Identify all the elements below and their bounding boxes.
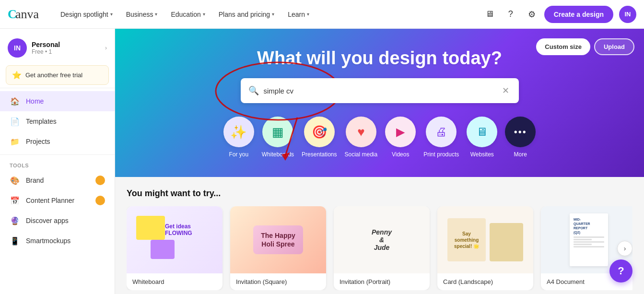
sidebar-item-content-planner[interactable]: 📅 Content Planner: [0, 190, 115, 211]
monitor-icon-btn[interactable]: 🖥: [481, 6, 498, 23]
category-whiteboards-label: Whiteboards: [262, 151, 294, 158]
suggestion-label-invite-port: Invitation (Portrait): [334, 273, 430, 290]
more-dots-icon: •••: [514, 127, 527, 138]
home-icon: 🏠: [10, 96, 20, 106]
hero-section: Custom size Upload What will you design …: [115, 29, 644, 177]
sidebar-item-smartmockups[interactable]: 📱 Smartmockups: [0, 231, 115, 251]
video-icon: ▶: [396, 125, 405, 139]
user-avatar[interactable]: IN: [619, 6, 636, 23]
websites-icon-circle: 🖥: [467, 117, 497, 147]
suggestion-card-card-land[interactable]: Saysomethingspecial! 🌟 Card (Landscape): [437, 206, 533, 290]
brand-badge: [95, 176, 105, 185]
nav-learn[interactable]: Learn ▾: [283, 7, 314, 22]
sidebar-discover-label: Discover apps: [26, 217, 69, 224]
category-whiteboards[interactable]: ▦ Whiteboards: [262, 117, 294, 158]
category-for-you[interactable]: ✨ For you: [223, 117, 254, 158]
divider-2: [0, 154, 115, 155]
sidebar-item-projects[interactable]: 📁 Projects: [0, 131, 115, 152]
star-icon: ⭐: [12, 71, 22, 80]
chevron-down-icon: ▾: [203, 12, 205, 17]
main-content: Custom size Upload What will you design …: [115, 29, 644, 294]
top-nav: C anva Design spotlight ▾ Business ▾ Edu…: [0, 0, 644, 29]
sidebar-user-name: Personal: [32, 41, 100, 48]
sidebar-item-discover-apps[interactable]: 🔮 Discover apps: [0, 211, 115, 231]
create-design-button[interactable]: Create a design: [544, 6, 613, 23]
content-badge: [95, 196, 105, 205]
content-planner-icon: 📅: [10, 195, 20, 206]
suggestion-card-invite-port[interactable]: Penny&Jude Invitation (Portrait): [334, 206, 430, 290]
custom-size-button[interactable]: Custom size: [536, 38, 590, 55]
search-input[interactable]: [264, 87, 500, 95]
for-you-icon-circle: ✨: [223, 117, 254, 147]
category-print-products[interactable]: 🖨 Print products: [423, 117, 459, 158]
svg-text:anva: anva: [15, 7, 39, 21]
suggestion-label-card-land: Card (Landscape): [437, 273, 533, 290]
templates-icon: 📄: [10, 116, 20, 127]
card-land-thumbnail: Saysomethingspecial! 🌟: [437, 206, 533, 273]
category-websites[interactable]: 🖥 Websites: [467, 117, 497, 158]
sidebar-item-home[interactable]: 🏠 Home: [0, 91, 115, 111]
help-float-button[interactable]: ?: [609, 259, 632, 282]
nav-education[interactable]: Education ▾: [166, 7, 210, 22]
tools-section-label: Tools: [0, 158, 115, 170]
search-clear-button[interactable]: ✕: [500, 83, 511, 98]
search-container: 🔍 ✕: [138, 78, 621, 103]
category-social-media-label: Social media: [345, 151, 378, 158]
suggestions-next-button[interactable]: ›: [617, 241, 632, 256]
sidebar-item-templates[interactable]: 📄 Templates: [0, 111, 115, 131]
sidebar-expand-icon: ›: [105, 45, 107, 51]
divider: [0, 88, 115, 88]
sidebar-user-plan: Free • 1: [32, 48, 100, 55]
hero-actions: Custom size Upload: [536, 38, 634, 55]
category-social-media[interactable]: ♥ Social media: [345, 117, 378, 158]
whiteboard-thumbnail: Get ideasFLOWING: [127, 206, 222, 273]
print-icon: 🖨: [435, 125, 447, 139]
whiteboards-icon-circle: ▦: [262, 117, 293, 147]
chevron-down-icon: ▾: [155, 12, 157, 17]
monitor-icon: 🖥: [476, 125, 488, 139]
presentations-icon-circle: 🎯: [304, 117, 335, 147]
category-more-label: More: [514, 151, 527, 158]
category-videos-label: Videos: [392, 151, 409, 158]
upload-button[interactable]: Upload: [594, 38, 634, 55]
category-more[interactable]: ••• More: [505, 117, 536, 158]
sidebar-user-info: Personal Free • 1: [32, 41, 100, 55]
print-products-icon-circle: 🖨: [426, 117, 457, 147]
suggestion-card-invite-sq[interactable]: The HappyHoli Spree Invitation (Square): [230, 206, 326, 290]
suggestion-label-whiteboard: Whiteboard: [127, 273, 222, 290]
nav-design-spotlight[interactable]: Design spotlight ▾: [56, 7, 117, 22]
invite-sq-thumbnail: The HappyHoli Spree: [230, 206, 326, 273]
sidebar-content-label: Content Planner: [26, 197, 74, 204]
sidebar-home-label: Home: [26, 97, 44, 105]
search-box: 🔍 ✕: [241, 78, 519, 103]
search-icon: 🔍: [248, 85, 259, 96]
sidebar-brand-label: Brand: [26, 176, 44, 184]
smartmockups-icon: 📱: [10, 235, 20, 246]
help-icon-btn[interactable]: ?: [502, 6, 519, 23]
main-layout: IN Personal Free • 1 › ⭐ Get another fre…: [0, 29, 644, 294]
more-icon-circle: •••: [505, 117, 536, 147]
category-presentations[interactable]: 🎯 Presentations: [302, 117, 337, 158]
whiteboard-icon: ▦: [272, 125, 284, 140]
sidebar-avatar: IN: [8, 38, 27, 58]
category-for-you-label: For you: [229, 151, 248, 158]
category-videos[interactable]: ▶ Videos: [385, 117, 416, 158]
projects-icon: 📁: [10, 136, 20, 147]
sidebar-item-brand[interactable]: 🎨 Brand: [0, 170, 115, 190]
sidebar-user-section[interactable]: IN Personal Free • 1 ›: [0, 33, 115, 63]
suggestion-card-whiteboard[interactable]: Get ideasFLOWING Whiteboard: [127, 206, 222, 290]
categories-row: ✨ For you ▦ Whiteboards 🎯 Presentati: [138, 117, 621, 158]
settings-icon-btn[interactable]: ⚙: [523, 6, 540, 23]
sidebar-projects-label: Projects: [26, 138, 50, 145]
trial-button[interactable]: ⭐ Get another free trial: [6, 65, 109, 85]
sidebar-templates-label: Templates: [26, 118, 57, 125]
chevron-down-icon: ▾: [110, 12, 113, 17]
nav-business[interactable]: Business ▾: [121, 7, 163, 22]
presentation-icon: 🎯: [312, 125, 327, 140]
heart-icon: ♥: [357, 125, 364, 140]
canva-logo[interactable]: C anva: [8, 7, 46, 22]
discover-apps-icon: 🔮: [10, 215, 20, 226]
suggestions-section: You might want to try... Get ideasFLOWIN…: [115, 177, 644, 290]
nav-plans-pricing[interactable]: Plans and pricing ▾: [214, 7, 279, 22]
brand-icon: 🎨: [10, 175, 20, 186]
